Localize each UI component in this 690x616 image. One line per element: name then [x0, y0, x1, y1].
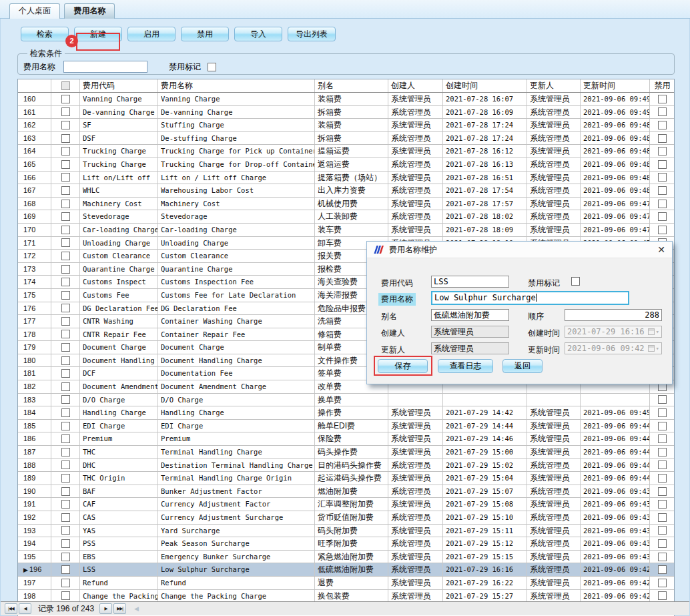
table-row-163[interactable]: 163DSFDe-stuffing Charge拆箱费系统管理员2021-07-… [18, 132, 674, 145]
disabled-checkbox[interactable] [658, 134, 667, 143]
row-select-checkbox[interactable] [61, 265, 70, 274]
row-select-checkbox[interactable] [61, 395, 70, 404]
select-all-checkbox[interactable] [61, 81, 70, 90]
disabled-checkbox[interactable] [658, 395, 667, 404]
row-select-checkbox[interactable] [61, 539, 70, 548]
disabled-checkbox[interactable] [658, 448, 667, 456]
row-select-checkbox[interactable] [61, 278, 70, 286]
row-select-checkbox[interactable] [61, 369, 70, 378]
disabled-checkbox[interactable] [658, 434, 667, 443]
tab-fee-names[interactable]: 费用名称 [64, 3, 115, 19]
dialog-return-button[interactable]: 返回 [502, 359, 543, 373]
toolbar-button-import[interactable]: 导入 [234, 27, 282, 41]
dialog-alias-input[interactable]: 低硫燃油附加费 [431, 309, 509, 321]
table-row-169[interactable]: 169StevedorageStevedorage人工装卸费系统管理员2021-… [18, 210, 674, 224]
row-select-checkbox[interactable] [61, 107, 70, 116]
disabled-checkbox[interactable] [658, 539, 667, 548]
dialog-disable-flag-checkbox[interactable] [571, 277, 580, 286]
tab-personal-desktop[interactable]: 个人桌面 [9, 3, 60, 19]
disabled-checkbox[interactable] [658, 553, 667, 561]
table-row-165[interactable]: 165Trucking ChargeTrucking Charge for Dr… [18, 158, 674, 172]
disabled-checkbox[interactable] [658, 422, 667, 430]
disabled-checkbox[interactable] [658, 200, 667, 208]
row-select-checkbox[interactable] [61, 95, 70, 103]
row-select-checkbox[interactable] [61, 591, 70, 600]
table-row-194[interactable]: 194PSSPeak Season Surcharge旺季附加费系统管理员202… [18, 537, 674, 551]
table-row-164[interactable]: 164Trucking ChargeTrucking Charge for Pi… [18, 145, 674, 158]
row-select-checkbox[interactable] [61, 317, 70, 326]
row-select-checkbox[interactable] [61, 448, 70, 456]
row-select-checkbox[interactable] [61, 434, 70, 443]
disabled-checkbox[interactable] [658, 513, 667, 522]
toolbar-button-enable[interactable]: 启用 [127, 27, 176, 41]
toolbar-button-export-list[interactable]: 导出列表 [288, 27, 336, 41]
disabled-checkbox[interactable] [658, 500, 667, 509]
table-row-197[interactable]: 197RefundRefund退费系统管理员2021-07-29 16:22系统… [18, 577, 674, 590]
chevron-down-icon[interactable]: ▾ [656, 326, 659, 337]
table-row-191[interactable]: 191CAFCurrency Adjustment Factor汇率调整附加费系… [18, 498, 674, 511]
row-select-checkbox[interactable] [61, 513, 70, 522]
disable-flag-checkbox[interactable] [208, 63, 216, 71]
table-row-190[interactable]: 190BAFBunker Adjustment Factor燃油附加费系统管理员… [18, 485, 674, 499]
row-select-checkbox[interactable] [61, 579, 70, 587]
table-row-196[interactable]: ▶196LSSLow Sulphur Surcharge低硫燃油附加费系统管理员… [18, 563, 674, 577]
disabled-checkbox[interactable] [658, 579, 667, 587]
dialog-code-input[interactable]: LSS [431, 276, 509, 288]
row-select-checkbox[interactable] [61, 252, 70, 260]
disabled-checkbox[interactable] [658, 460, 667, 469]
toolbar-button-disable[interactable]: 禁用 [181, 27, 229, 41]
disabled-checkbox[interactable] [658, 95, 667, 103]
disabled-checkbox[interactable] [658, 173, 667, 182]
row-select-checkbox[interactable] [61, 304, 70, 312]
table-row-188[interactable]: 188DHCDestination Terminal Handling Char… [18, 459, 674, 473]
table-row-189[interactable]: 189THC OriginTerminal Handling Charge Or… [18, 472, 674, 485]
row-select-checkbox[interactable] [61, 226, 70, 234]
dialog-view-log-button[interactable]: 查看日志 [438, 359, 493, 373]
table-row-162[interactable]: 162SFStuffing Charge装箱费系统管理员2021-07-28 1… [18, 119, 674, 132]
disabled-checkbox[interactable] [658, 107, 667, 116]
disabled-checkbox[interactable] [658, 526, 667, 535]
dialog-name-input[interactable]: Low Sulphur Surcharge [431, 291, 629, 305]
dialog-save-button[interactable]: 保存 [378, 359, 428, 373]
disabled-checkbox[interactable] [658, 565, 667, 574]
disabled-checkbox[interactable] [658, 160, 667, 169]
hscroll-left-arrow-icon[interactable]: ◀ [134, 605, 139, 612]
nav-prev-button[interactable]: ◀ [19, 603, 31, 614]
table-row-185[interactable]: 185EDI ChargeEDI Charge舱单EDI费系统管理员2021-0… [18, 420, 674, 433]
row-select-checkbox[interactable] [61, 565, 70, 574]
chevron-down-icon[interactable]: ▾ [656, 343, 659, 354]
dialog-order-input[interactable]: 288 [565, 309, 662, 321]
table-row-193[interactable]: 193YASYard Surcharge码头附加费系统管理员2021-07-29… [18, 525, 674, 538]
disabled-checkbox[interactable] [658, 226, 667, 234]
row-select-checkbox[interactable] [61, 200, 70, 208]
row-select-checkbox[interactable] [61, 212, 70, 221]
row-select-checkbox[interactable] [61, 460, 70, 469]
nav-last-button[interactable]: ▶▶| [113, 603, 126, 614]
row-select-checkbox[interactable] [61, 291, 70, 300]
disabled-checkbox[interactable] [658, 147, 667, 156]
disabled-checkbox[interactable] [658, 408, 667, 417]
fee-name-search-input[interactable] [63, 61, 147, 73]
table-row-160[interactable]: 160Vanning ChargeVanning Charge装箱费系统管理员2… [18, 93, 674, 106]
row-select-checkbox[interactable] [61, 422, 70, 430]
row-select-checkbox[interactable] [61, 382, 70, 391]
row-select-checkbox[interactable] [61, 526, 70, 535]
table-row-167[interactable]: 167WHLCWarehousing Labor Cost出入库力资费系统管理员… [18, 184, 674, 198]
toolbar-button-search[interactable]: 检索 [21, 27, 69, 41]
row-select-checkbox[interactable] [61, 186, 70, 195]
table-row-195[interactable]: 195EBSEmergency Bunker Surcharge紧急燃油附加费系… [18, 551, 674, 564]
row-select-checkbox[interactable] [61, 330, 70, 338]
row-select-checkbox[interactable] [61, 474, 70, 483]
row-select-checkbox[interactable] [61, 500, 70, 509]
row-select-checkbox[interactable] [61, 134, 70, 143]
row-select-checkbox[interactable] [61, 356, 70, 365]
disabled-checkbox[interactable] [658, 591, 667, 600]
row-select-checkbox[interactable] [61, 343, 70, 352]
disabled-checkbox[interactable] [658, 121, 667, 129]
disabled-checkbox[interactable] [658, 212, 667, 221]
row-select-checkbox[interactable] [61, 238, 70, 247]
table-row-170[interactable]: 170Car-loading ChargeCar-loading Charge装… [18, 224, 674, 237]
table-row-168[interactable]: 168Machinery CostMachinery Cost机械使用费系统管理… [18, 198, 674, 211]
table-row-166[interactable]: 166Lift on/Lift offLift on / Lift off Ch… [18, 172, 674, 185]
row-select-checkbox[interactable] [61, 121, 70, 129]
